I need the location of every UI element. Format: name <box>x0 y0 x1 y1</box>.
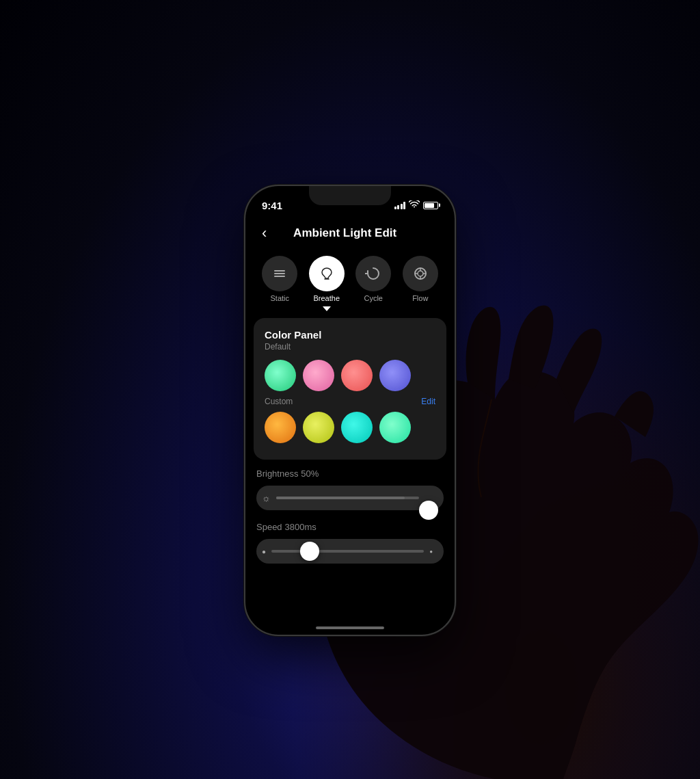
speed-thumb[interactable] <box>300 542 319 561</box>
speed-slider-track[interactable]: ● ● <box>256 539 444 564</box>
mode-tabs: Static Breathe <box>245 250 455 313</box>
speed-label: Speed 3800ms <box>256 521 444 532</box>
brightness-section: Brightness 50% ☼ <box>254 468 446 510</box>
color-panel-title: Color Panel <box>265 329 435 341</box>
back-button[interactable]: ‹ <box>256 222 272 245</box>
brightness-bar <box>276 497 405 499</box>
color-swatch-orange[interactable] <box>265 412 296 443</box>
default-color-row <box>265 360 435 391</box>
phone-frame: 9:41 <box>244 185 456 636</box>
phone-wrapper: 9:41 <box>244 185 456 636</box>
screen: 9:41 <box>245 186 455 635</box>
default-label: Default <box>265 342 435 352</box>
custom-label: Custom <box>265 397 293 406</box>
brightness-slider-track[interactable]: ☼ <box>256 486 444 510</box>
cycle-label: Cycle <box>364 294 383 302</box>
custom-color-row <box>265 412 435 443</box>
breathe-active-indicator <box>323 306 331 311</box>
brightness-icon: ☼ <box>262 492 271 503</box>
status-icons <box>394 200 439 211</box>
tab-flow[interactable]: Flow <box>403 256 438 313</box>
custom-row-header: Custom Edit <box>265 397 435 406</box>
nav-bar: ‹ Ambient Light Edit <box>245 216 455 250</box>
brightness-thumb[interactable] <box>419 501 438 520</box>
signal-icon <box>394 201 406 209</box>
page-title: Ambient Light Edit <box>272 226 418 240</box>
speed-section: Speed 3800ms ● ● <box>254 521 446 564</box>
brightness-label: Brightness 50% <box>256 468 444 479</box>
home-indicator[interactable] <box>316 626 384 629</box>
color-swatch-cyan[interactable] <box>341 412 373 443</box>
battery-icon <box>423 202 438 209</box>
brightness-fill <box>276 497 419 499</box>
signal-bar-3 <box>401 204 403 209</box>
flow-icon-circle <box>403 256 438 291</box>
speed-fill-container <box>271 550 424 553</box>
speed-min-icon: ● <box>262 548 266 555</box>
cycle-icon-circle <box>355 256 391 291</box>
color-swatch-purple[interactable] <box>379 360 411 391</box>
tab-static[interactable]: Static <box>262 256 297 313</box>
tab-breathe[interactable]: Breathe <box>309 256 345 313</box>
speed-max-icon: ● <box>429 549 433 555</box>
static-icon-circle <box>262 256 297 291</box>
svg-point-5 <box>418 271 423 276</box>
wifi-icon <box>409 200 420 211</box>
color-swatch-teal[interactable] <box>379 412 411 443</box>
edit-button[interactable]: Edit <box>421 397 435 406</box>
color-swatch-green[interactable] <box>265 360 296 391</box>
color-swatch-pink[interactable] <box>303 360 334 391</box>
breathe-label: Breathe <box>313 294 340 302</box>
color-panel-card: Color Panel Default Custom Edit <box>254 318 446 460</box>
color-swatch-yellow[interactable] <box>303 412 334 443</box>
speed-bar <box>271 550 424 553</box>
breathe-icon-circle <box>309 256 345 291</box>
status-time: 9:41 <box>262 200 282 211</box>
signal-bar-4 <box>403 202 405 209</box>
color-swatch-coral[interactable] <box>341 360 373 391</box>
static-label: Static <box>270 294 289 302</box>
signal-bar-2 <box>397 205 399 209</box>
flow-label: Flow <box>412 294 428 302</box>
signal-bar-1 <box>394 207 396 209</box>
tab-cycle[interactable]: Cycle <box>355 256 391 313</box>
notch <box>309 186 391 205</box>
